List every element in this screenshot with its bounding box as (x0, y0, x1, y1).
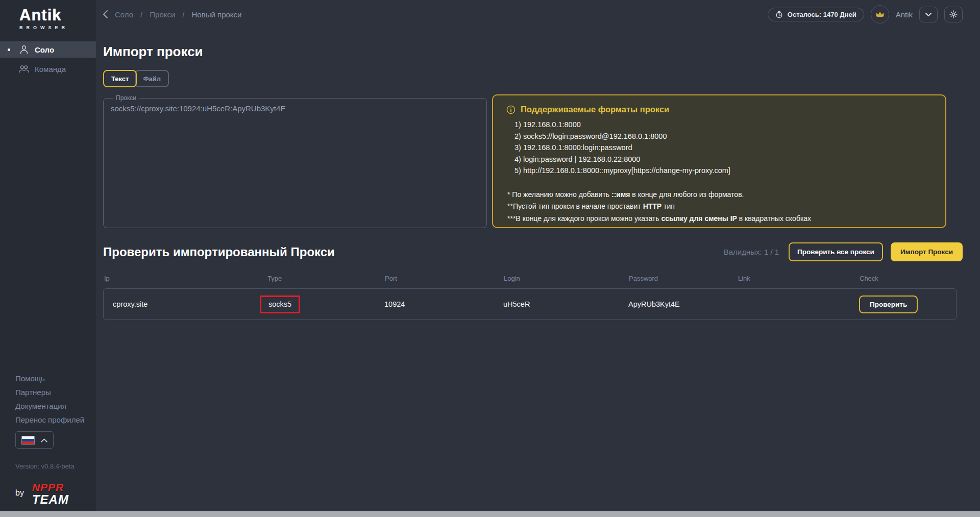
logo-subtitle: BROWSER (19, 25, 96, 30)
import-proxies-button[interactable]: Импорт Прокси (891, 242, 963, 261)
sidebar-item-team[interactable]: Команда (0, 61, 96, 77)
nppr-team-logo: NPPR TEAM (32, 482, 69, 506)
avatar[interactable] (871, 5, 889, 23)
breadcrumb-item-solo[interactable]: Соло (115, 10, 133, 19)
app-logo: Antik BROWSER (0, 0, 96, 30)
format-item: 3) 192.168.0.1:8000:login:password (514, 142, 933, 154)
proxy-input-fieldset: Прокси socks5://cproxy.site:10924:uH5ceR… (103, 94, 487, 228)
proxy-table-header: Ip Type Port Login Password Link Check (103, 275, 957, 282)
column-header-login: Login (504, 275, 629, 282)
user-icon (18, 44, 30, 55)
column-header-port: Port (385, 275, 504, 282)
flag-ru-icon (21, 436, 35, 445)
supported-formats-panel: Поддерживаемые форматы прокси 1) 192.168… (492, 94, 946, 228)
table-row: cproxy.site socks5 10924 uH5ceR ApyRUb3K… (103, 288, 957, 320)
chevron-down-icon (925, 13, 932, 16)
import-content-row: Прокси socks5://cproxy.site:10924:uH5ceR… (103, 94, 963, 228)
format-note: **Пустой тип прокси в начале проставит H… (507, 201, 933, 213)
topbar-controls: Осталось: 1470 Дней Antik (768, 5, 963, 23)
theme-toggle-button[interactable] (944, 7, 963, 22)
sidebar: Antik BROWSER Соло Команда Помощь Партне… (0, 0, 96, 511)
format-item: 2) socks5://login:password@192.168.0.1:8… (514, 131, 933, 142)
column-header-ip: Ip (104, 275, 267, 282)
chevron-up-icon (41, 435, 47, 445)
main-area: Соло / Прокси / Новый прокси Осталось: 1… (96, 0, 980, 320)
documentation-link[interactable]: Документация (15, 399, 84, 413)
proxy-input[interactable]: socks5://cproxy.site:10924:uH5ceR:ApyRUb… (110, 103, 480, 215)
check-section-actions: Валидных: 1 / 1 Проверить все прокси Имп… (724, 242, 963, 261)
by-label: by (15, 488, 24, 498)
format-note: * По желанию можно добавить ::имя в конц… (507, 189, 933, 201)
topbar: Соло / Прокси / Новый прокси Осталось: 1… (103, 0, 963, 29)
sun-icon (949, 10, 958, 18)
breadcrumb: Соло / Прокси / Новый прокси (103, 10, 241, 19)
cell-port: 10924 (384, 300, 503, 308)
tab-text[interactable]: Текст (103, 70, 137, 87)
format-note: ***В конце для каждого прокси можно указ… (507, 213, 933, 225)
partners-link[interactable]: Партнеры (15, 385, 84, 399)
profile-transfer-link[interactable]: Перенос профилей (15, 413, 84, 427)
user-menu-toggle[interactable] (919, 7, 938, 22)
back-chevron-icon[interactable] (103, 10, 108, 18)
crown-icon (875, 11, 885, 17)
tab-file[interactable]: Файл (135, 70, 169, 87)
page-title: Импорт прокси (103, 44, 963, 60)
cell-password: ApyRUb3Kyt4E (628, 300, 738, 308)
version-label: Version: v0.8.4-beta (15, 462, 75, 470)
made-by-brand: by NPPR TEAM (15, 482, 69, 506)
subscription-remaining-badge[interactable]: Осталось: 1470 Дней (768, 8, 864, 21)
help-link[interactable]: Помощь (15, 372, 84, 385)
sidebar-item-label: Соло (35, 45, 54, 54)
format-item: 4) login:password | 192.168.0.22:8000 (514, 154, 933, 165)
breadcrumb-separator: / (182, 10, 184, 19)
cell-check: Проверить (859, 296, 956, 313)
valid-counter: Валидных: 1 / 1 (724, 248, 779, 256)
check-all-proxies-button[interactable]: Проверить все прокси (789, 242, 883, 261)
sidebar-item-label: Команда (35, 65, 66, 73)
info-icon (506, 105, 516, 114)
sidebar-nav: Соло Команда (0, 41, 96, 77)
breadcrumb-item-new-proxy: Новый прокси (192, 10, 242, 19)
check-proxy-button[interactable]: Проверить (859, 296, 918, 313)
horizontal-scrollbar[interactable] (0, 511, 980, 517)
users-group-icon (18, 64, 30, 74)
breadcrumb-separator: / (140, 10, 142, 19)
proxy-table: Ip Type Port Login Password Link Check c… (103, 275, 957, 320)
formats-notes: * По желанию можно добавить ::имя в конц… (507, 189, 933, 225)
formats-panel-title: Поддерживаемые форматы прокси (521, 105, 669, 114)
column-header-password: Password (629, 275, 738, 282)
cell-ip: cproxy.site (104, 300, 267, 308)
logo-text: Antik (19, 6, 96, 24)
language-selector[interactable] (15, 431, 54, 449)
active-bullet (8, 48, 10, 51)
nppr-label: NPPR (32, 482, 69, 493)
team-label: TEAM (32, 494, 69, 506)
check-section-header: Проверить импортированный Прокси Валидны… (103, 242, 963, 261)
user-name-label: Antik (896, 10, 913, 19)
cell-type: socks5 (267, 296, 384, 313)
column-header-link: Link (738, 275, 860, 282)
remaining-days-label: Осталось: 1470 Дней (788, 11, 856, 18)
import-mode-tabs: Текст Файл (103, 70, 963, 87)
sidebar-item-solo[interactable]: Соло (0, 41, 96, 58)
clock-icon (775, 11, 783, 18)
cell-login: uH5ceR (503, 300, 628, 308)
sidebar-footer-links: Помощь Партнеры Документация Перенос про… (15, 372, 84, 427)
check-section-title: Проверить импортированный Прокси (103, 245, 335, 259)
breadcrumb-item-proxies[interactable]: Прокси (150, 10, 175, 19)
formats-list: 1) 192.168.0.1:8000 2) socks5://login:pa… (514, 119, 933, 177)
format-item: 5) http://192.168.0.1:8000::myproxy[http… (514, 165, 933, 177)
proxy-input-label: Прокси (113, 94, 139, 102)
app-window: Antik BROWSER Соло Команда Помощь Партне… (0, 0, 980, 517)
formats-panel-header: Поддерживаемые форматы прокси (506, 105, 933, 114)
column-header-check: Check (860, 275, 957, 282)
format-item: 1) 192.168.0.1:8000 (514, 119, 933, 131)
annotation-box: socks5 (260, 296, 300, 313)
column-header-type: Type (267, 275, 385, 282)
